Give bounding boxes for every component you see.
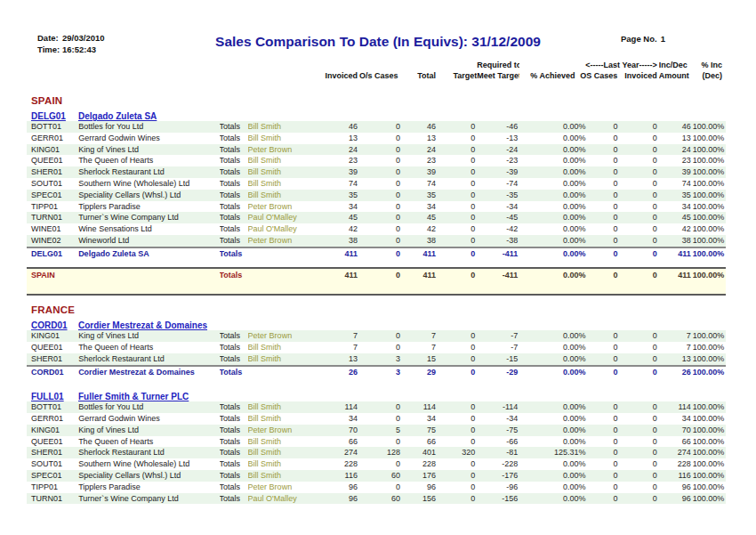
value-cell: 0 xyxy=(359,190,402,201)
value-cell: 23 xyxy=(324,155,359,166)
group-name-link[interactable]: Delgado Zuleta SA xyxy=(78,111,157,121)
value-cell: 0 xyxy=(588,482,620,493)
totals-label: Totals xyxy=(220,155,248,166)
value-cell: 74 xyxy=(324,178,359,190)
customer-code: SPEC01 xyxy=(27,470,76,482)
last-year-arrow-label: <-----Last Year-----> xyxy=(585,61,656,71)
value-cell: 0 xyxy=(438,493,477,505)
value-cell: 0 xyxy=(588,366,620,379)
value-cell: 0 xyxy=(359,342,402,353)
customer-name: The Queen of Hearts xyxy=(76,342,219,353)
customer-name: King of Vines Ltd xyxy=(76,330,219,342)
value-cell: 3 xyxy=(359,366,402,379)
totals-label: Totals xyxy=(220,247,248,261)
value-cell: 7 xyxy=(324,342,359,353)
value-cell: 100.00% xyxy=(693,223,726,235)
group-code-link[interactable]: DELG01 xyxy=(31,111,78,121)
value-cell: 0 xyxy=(588,155,620,166)
value-cell: 0 xyxy=(620,436,659,448)
totals-label: Totals xyxy=(220,425,248,436)
value-cell: 0 xyxy=(588,447,620,458)
empty-cell xyxy=(248,366,324,379)
value-cell: 100.00% xyxy=(693,401,726,413)
value-cell: 0.00% xyxy=(519,268,587,295)
value-cell: 0 xyxy=(620,425,659,436)
value-cell: 34 xyxy=(659,413,693,425)
group-name-link[interactable]: Cordier Mestrezat & Domaines xyxy=(78,320,207,330)
spacer-row xyxy=(27,83,726,90)
value-cell: 0 xyxy=(438,166,477,178)
customer-name: Speciality Cellars (Whsl.) Ltd xyxy=(76,470,219,482)
customer-row: KING01King of Vines LtdTotalsPeter Brown… xyxy=(27,144,726,156)
value-cell: 0 xyxy=(620,353,659,366)
value-cell: 100.00% xyxy=(693,366,726,379)
customer-name: Gerrard Godwin Wines xyxy=(76,413,219,425)
value-cell: 100.00% xyxy=(693,447,726,458)
customer-name: Wine Sensations Ltd xyxy=(76,223,219,235)
value-cell: -176 xyxy=(477,470,519,482)
value-cell: 0 xyxy=(620,470,659,482)
col-last-year-os-cases: OS Cases xyxy=(580,71,617,82)
spacer-cell xyxy=(27,378,726,386)
section-heading-row: FRANCE xyxy=(27,299,726,315)
value-cell: 0 xyxy=(620,458,659,470)
value-cell: 24 xyxy=(402,144,438,156)
value-cell: 100.00% xyxy=(693,212,726,223)
value-cell: -96 xyxy=(477,482,519,493)
totals-label: Totals xyxy=(220,413,248,425)
group-heading-cell: DELG01Delgado Zuleta SA xyxy=(27,106,726,121)
value-cell: 0 xyxy=(438,235,477,247)
value-cell: 29 xyxy=(402,366,438,379)
sales-rep-name: Peter Brown xyxy=(248,235,324,247)
value-cell: 0 xyxy=(588,212,620,223)
group-code-link[interactable]: CORD01 xyxy=(31,320,78,330)
customer-code: QUEE01 xyxy=(27,155,76,166)
customer-row: TIPP01Tipplers ParadiseTotalsPeter Brown… xyxy=(27,482,726,493)
value-cell: 100.00% xyxy=(693,342,726,353)
value-cell: 13 xyxy=(659,353,693,366)
value-cell: 74 xyxy=(402,178,438,190)
totals-label: Totals xyxy=(220,366,248,379)
value-cell: 0.00% xyxy=(519,342,587,353)
sales-rep-name: Paul O'Malley xyxy=(248,212,324,223)
totals-label: Totals xyxy=(220,201,248,213)
value-cell: 45 xyxy=(659,212,693,223)
value-cell: 0 xyxy=(620,223,659,235)
customer-code: QUEE01 xyxy=(27,342,76,353)
sales-rep-name: Peter Brown xyxy=(248,201,324,213)
value-cell: 0 xyxy=(620,366,659,379)
value-cell: -34 xyxy=(477,413,519,425)
customer-row: SOUT01Southern Wine (Wholesale) LtdTotal… xyxy=(27,178,726,190)
customer-row: TURN01Turner`s Wine Company LtdTotalsPau… xyxy=(27,212,726,223)
value-cell: 0 xyxy=(588,342,620,353)
totals-label: Totals xyxy=(220,447,248,458)
value-cell: 0.00% xyxy=(519,425,587,436)
value-cell: 39 xyxy=(324,166,359,178)
totals-label: Totals xyxy=(220,330,248,342)
value-cell: 0.00% xyxy=(519,178,587,190)
value-cell: 100.00% xyxy=(693,166,726,178)
group-code: CORD01 xyxy=(27,366,76,379)
sales-rep-name: Bill Smith xyxy=(248,458,324,470)
value-cell: 0 xyxy=(438,342,477,353)
customer-code: SPEC01 xyxy=(27,190,76,201)
value-cell: 0.00% xyxy=(519,121,587,133)
sales-rep-name: Bill Smith xyxy=(248,401,324,413)
value-cell: 274 xyxy=(659,447,693,458)
value-cell: 0 xyxy=(620,268,659,295)
group-name-link[interactable]: Fuller Smith & Turner PLC xyxy=(78,392,189,401)
value-cell: 0 xyxy=(438,425,477,436)
group-heading-row: CORD01Cordier Mestrezat & Domaines xyxy=(27,315,726,330)
totals-label: Totals xyxy=(220,482,248,493)
value-cell: 0.00% xyxy=(519,133,587,144)
totals-label: Totals xyxy=(220,133,248,144)
group-code-link[interactable]: FULL01 xyxy=(31,392,78,401)
value-cell: 7 xyxy=(402,330,438,342)
customer-code: TIPP01 xyxy=(27,201,76,213)
value-cell: 45 xyxy=(402,212,438,223)
value-cell: 0.00% xyxy=(519,223,587,235)
col-last-year-invoiced: Invoiced xyxy=(624,71,657,82)
value-cell: 34 xyxy=(324,413,359,425)
value-cell: 0 xyxy=(620,330,659,342)
totals-label: Totals xyxy=(220,144,248,156)
